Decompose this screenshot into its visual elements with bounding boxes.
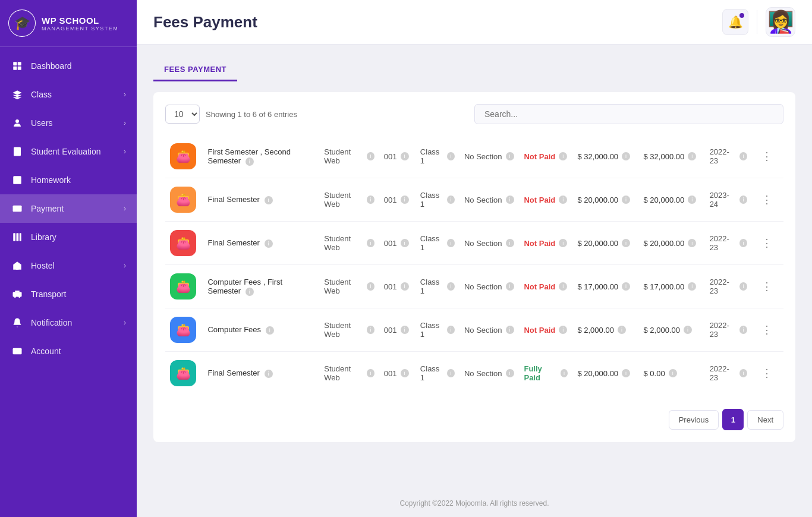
student-id: 001 bbox=[384, 239, 397, 248]
info-icon[interactable]: i bbox=[447, 152, 455, 160]
sidebar-item-payment[interactable]: Payment › bbox=[0, 194, 137, 223]
info-icon[interactable]: i bbox=[688, 282, 696, 291]
info-icon[interactable]: i bbox=[739, 282, 747, 291]
info-icon[interactable]: i bbox=[506, 369, 514, 377]
info-icon[interactable]: i bbox=[688, 196, 696, 204]
info-icon[interactable]: i bbox=[688, 152, 696, 160]
info-icon[interactable]: i bbox=[739, 152, 747, 160]
info-icon[interactable]: i bbox=[265, 196, 273, 204]
info-icon[interactable]: i bbox=[688, 239, 696, 247]
info-icon[interactable]: i bbox=[622, 196, 630, 204]
more-actions-button[interactable]: ⋮ bbox=[757, 321, 777, 339]
more-actions-button[interactable]: ⋮ bbox=[757, 234, 777, 252]
info-icon[interactable]: i bbox=[447, 282, 455, 291]
info-icon[interactable]: i bbox=[739, 326, 747, 334]
info-icon[interactable]: i bbox=[506, 196, 514, 204]
info-icon[interactable]: i bbox=[367, 239, 374, 247]
info-icon[interactable]: i bbox=[506, 152, 514, 160]
info-icon[interactable]: i bbox=[447, 369, 455, 377]
table-row: 👛 Final Semester i Student Web i 001 i C… bbox=[165, 352, 783, 395]
remaining-amount: $ 32,000.00 bbox=[644, 152, 685, 161]
info-icon[interactable]: i bbox=[367, 326, 374, 334]
sidebar-label-class: Class bbox=[31, 90, 52, 99]
avatar-button[interactable]: 👩‍🏫 bbox=[766, 7, 795, 37]
sidebar-item-account[interactable]: Account bbox=[0, 337, 137, 365]
sidebar-item-hostel[interactable]: Hostel › bbox=[0, 251, 137, 280]
chevron-right-icon: › bbox=[124, 119, 126, 127]
tab-fees-payment[interactable]: FEES PAYMENT bbox=[153, 59, 237, 81]
info-icon[interactable]: i bbox=[447, 239, 455, 247]
info-icon[interactable]: i bbox=[447, 326, 455, 334]
more-actions-button[interactable]: ⋮ bbox=[757, 278, 777, 295]
hostel-icon bbox=[11, 259, 24, 272]
info-icon[interactable]: i bbox=[618, 326, 626, 334]
info-icon[interactable]: i bbox=[246, 157, 254, 166]
info-icon[interactable]: i bbox=[739, 369, 747, 377]
sidebar-item-class[interactable]: Class › bbox=[0, 80, 137, 109]
sidebar-item-student-evaluation[interactable]: Student Evaluation › bbox=[0, 137, 137, 166]
academic-year: 2022-23 bbox=[710, 364, 736, 382]
info-icon[interactable]: i bbox=[739, 239, 747, 247]
info-icon[interactable]: i bbox=[506, 326, 514, 334]
info-icon[interactable]: i bbox=[622, 282, 630, 291]
info-icon[interactable]: i bbox=[367, 282, 374, 291]
table-row: 👛 Final Semester i Student Web i 001 i C… bbox=[165, 178, 783, 222]
class-cell: Class 1 i bbox=[416, 265, 459, 308]
info-icon[interactable]: i bbox=[622, 239, 630, 247]
info-icon[interactable]: i bbox=[622, 152, 630, 160]
info-icon[interactable]: i bbox=[559, 282, 567, 291]
info-icon[interactable]: i bbox=[559, 152, 567, 160]
class-cell: Class 1 i bbox=[416, 135, 459, 178]
section-value: No Section bbox=[464, 152, 502, 161]
table-controls-left: 10 25 50 Showing 1 to 6 of 6 entries bbox=[165, 105, 297, 124]
info-icon[interactable]: i bbox=[367, 152, 374, 160]
info-icon[interactable]: i bbox=[367, 196, 374, 204]
info-icon[interactable]: i bbox=[669, 369, 677, 377]
entries-select[interactable]: 10 25 50 bbox=[165, 105, 200, 124]
total-amount: $ 2,000.00 bbox=[577, 326, 613, 335]
info-icon[interactable]: i bbox=[684, 326, 692, 334]
bell-button[interactable]: 🔔 bbox=[722, 9, 748, 35]
sidebar-item-users[interactable]: Users › bbox=[0, 109, 137, 137]
more-actions-button[interactable]: ⋮ bbox=[757, 364, 777, 382]
academic-year: 2022-23 bbox=[710, 278, 736, 295]
sidebar-item-homework[interactable]: Homework bbox=[0, 166, 137, 194]
search-input[interactable] bbox=[474, 104, 783, 124]
info-icon[interactable]: i bbox=[622, 369, 630, 377]
info-icon[interactable]: i bbox=[447, 196, 455, 204]
info-icon[interactable]: i bbox=[401, 369, 409, 377]
sidebar-item-dashboard[interactable]: Dashboard bbox=[0, 52, 137, 80]
info-icon[interactable]: i bbox=[559, 196, 567, 204]
student-name: Student Web bbox=[324, 191, 363, 209]
next-button[interactable]: Next bbox=[747, 410, 783, 430]
info-icon[interactable]: i bbox=[506, 282, 514, 291]
action-cell: ⋮ bbox=[752, 178, 783, 222]
remaining-amount: $ 2,000.00 bbox=[644, 326, 680, 335]
info-icon[interactable]: i bbox=[246, 288, 254, 296]
sidebar-item-notification[interactable]: Notification › bbox=[0, 308, 137, 337]
info-icon[interactable]: i bbox=[367, 369, 374, 377]
sidebar-item-library[interactable]: Library bbox=[0, 223, 137, 251]
sidebar-item-transport[interactable]: Transport bbox=[0, 280, 137, 308]
more-actions-button[interactable]: ⋮ bbox=[757, 191, 777, 209]
info-icon[interactable]: i bbox=[561, 369, 568, 377]
info-icon[interactable]: i bbox=[401, 196, 409, 204]
fee-name: Final Semester bbox=[207, 368, 259, 377]
info-icon[interactable]: i bbox=[739, 196, 747, 204]
info-icon[interactable]: i bbox=[559, 326, 567, 334]
info-icon[interactable]: i bbox=[401, 326, 409, 334]
action-cell: ⋮ bbox=[752, 135, 783, 178]
info-icon[interactable]: i bbox=[401, 239, 409, 247]
info-icon[interactable]: i bbox=[401, 152, 409, 160]
previous-button[interactable]: Previous bbox=[669, 410, 719, 430]
info-icon[interactable]: i bbox=[559, 239, 567, 247]
info-icon[interactable]: i bbox=[266, 326, 274, 335]
info-icon[interactable]: i bbox=[265, 370, 273, 378]
page-number-1[interactable]: 1 bbox=[722, 409, 744, 430]
grid-icon bbox=[11, 59, 24, 72]
info-icon[interactable]: i bbox=[401, 282, 409, 291]
more-actions-button[interactable]: ⋮ bbox=[757, 147, 777, 165]
info-icon[interactable]: i bbox=[265, 239, 273, 248]
info-icon[interactable]: i bbox=[506, 239, 514, 247]
status-cell: Not Paid i bbox=[519, 135, 572, 178]
